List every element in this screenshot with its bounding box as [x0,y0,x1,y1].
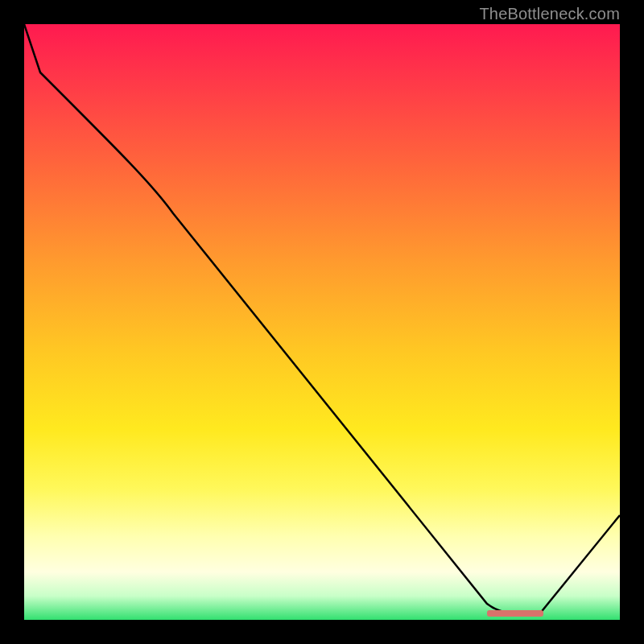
curve-layer [24,24,620,620]
highlight-segment [487,610,543,617]
plot-area [24,24,620,620]
chart-frame [24,24,620,620]
watermark-label: TheBottleneck.com [479,5,620,23]
bottleneck-curve [24,24,620,615]
